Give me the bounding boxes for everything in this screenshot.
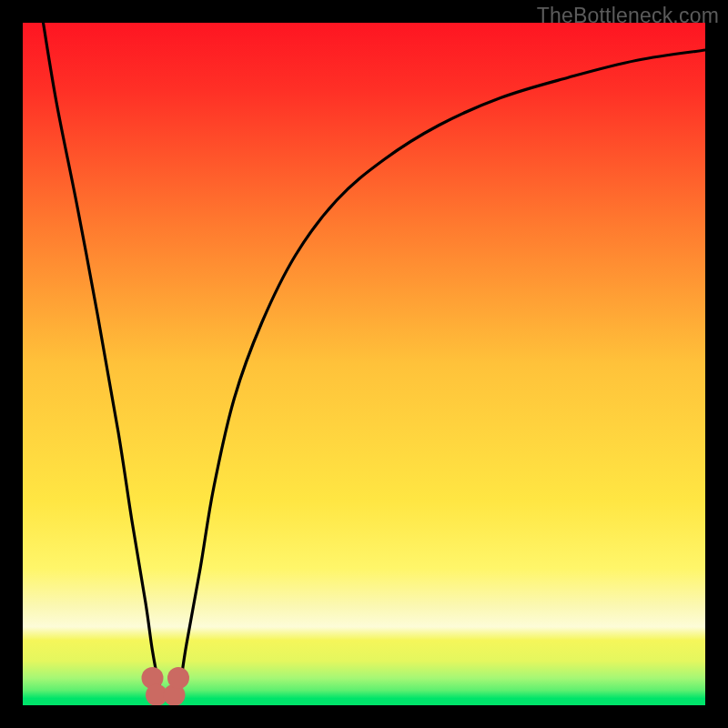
bottleneck-curve [44,23,706,701]
minimum-markers [142,667,190,705]
minimum-marker [167,667,189,689]
plot-area [23,23,705,705]
chart-frame: TheBottleneck.com [0,0,728,728]
curve-layer [23,23,705,705]
watermark-text: TheBottleneck.com [537,4,719,28]
